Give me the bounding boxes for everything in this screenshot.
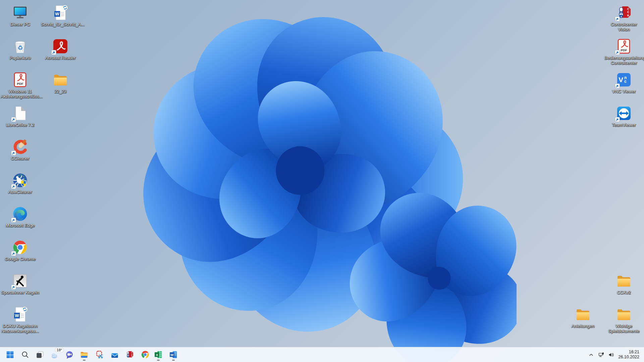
windows11-aktivierungsschluessel-pdf[interactable]: PDFWindows 11Aktivierungsschlüss... [1, 72, 40, 99]
desktop-icon-label: AdwCleaner [1, 189, 40, 194]
running-indicator [157, 360, 160, 361]
widgets-temperature-badge: 18° [55, 348, 63, 352]
folder-icon [575, 306, 591, 322]
desktop-icon-label: Sportwinner Kegeln [1, 290, 40, 295]
chrome-button[interactable] [139, 348, 152, 361]
controlcenter-button[interactable]: CCK2 [123, 348, 136, 361]
mail-icon [110, 350, 119, 359]
microsoft-edge[interactable]: Microsoft Edge [1, 206, 40, 228]
svg-text:PDF: PDF [17, 82, 23, 85]
bedienungsanleitung-controlcenter[interactable]: PDFBedienungsanleitungControlcenter [604, 38, 643, 65]
excel-button[interactable]: X [152, 348, 165, 361]
file-explorer-icon [80, 350, 89, 359]
desktop-icon-label: 22_23 [41, 89, 80, 94]
desktop-icon-label: Controlcenter Vision [604, 22, 643, 32]
svg-text:W: W [55, 11, 59, 16]
svg-text:PDF: PDF [621, 48, 627, 52]
desktop-icon-label: Acrobat Reader [41, 55, 80, 60]
task-view-icon [36, 350, 44, 359]
wallpaper-bloom-image [84, 0, 517, 362]
word-button[interactable]: W [167, 348, 180, 361]
snipping-tool-button[interactable]: + [93, 348, 106, 361]
tray-chevron-button[interactable] [586, 349, 596, 361]
svg-text:C: C [627, 7, 629, 11]
folder-cckv2[interactable]: CCKv2 [604, 273, 643, 295]
cck-logo-icon: CCK2 [616, 5, 632, 21]
shortcut-arrow-icon [11, 285, 16, 290]
system-tray: 16:21 26.10.2022 [586, 347, 642, 362]
network-button[interactable] [596, 349, 606, 361]
teamviewer[interactable]: TeamViewer [604, 105, 643, 127]
desktop-icon-label: DOKU KegelbahnNetzwerkumgebu... [1, 323, 40, 334]
file-explorer-button[interactable] [78, 348, 91, 361]
ethernet-icon [598, 352, 604, 358]
shortcut-arrow-icon [615, 16, 620, 21]
pdf-file-icon: PDF [616, 38, 632, 54]
svg-text:2: 2 [621, 15, 622, 18]
teams-chat-icon [65, 350, 74, 359]
excel-icon: X [154, 350, 163, 359]
volume-button[interactable] [606, 349, 616, 361]
doku-kegelbahn-doc[interactable]: WDOKU KegelbahnNetzwerkumgebu... [1, 306, 40, 334]
acrobat-reader[interactable]: Acrobat Reader [41, 38, 80, 60]
vnc-viewer[interactable]: VncVNC Viewer [604, 72, 643, 94]
controlcenter-vision[interactable]: CCK2Controlcenter Vision [604, 5, 643, 32]
chrome-icon [12, 239, 28, 255]
shortcut-arrow-icon [615, 50, 620, 55]
shortcut-arrow-icon [11, 218, 16, 223]
start-button[interactable] [4, 348, 16, 361]
teamviewer-icon [616, 105, 632, 121]
schritt-fuer-schritt-doc[interactable]: WSchritt_für_Schritt_A... [41, 5, 80, 27]
svg-text:W: W [15, 313, 19, 318]
svg-text:W: W [170, 353, 174, 357]
svg-text:X: X [156, 353, 158, 357]
folder-wichtige-spieldokumente[interactable]: WichtigeSpieldokumente [604, 306, 643, 334]
papierkorb[interactable]: ♻Papierkorb [1, 38, 40, 60]
word-doc-sync-icon: W [52, 5, 68, 21]
libreoffice-7-2[interactable]: LibreOffice 7.2 [1, 105, 40, 127]
tray-time: 16:21 [618, 350, 639, 355]
recycle-bin-icon: ♻ [12, 38, 28, 54]
desktop-icon-label: Dieser PC [1, 22, 40, 27]
chrome-icon [141, 350, 150, 359]
shortcut-arrow-icon [51, 50, 56, 55]
tray-date: 26.10.2022 [618, 355, 639, 360]
desktop-icon-label: CCleaner [1, 156, 40, 161]
chevron-up-icon [588, 352, 594, 358]
svg-text:c: c [624, 79, 627, 84]
desktop-icon-label: CCKv2 [604, 290, 643, 295]
adwcleaner-icon [12, 172, 28, 188]
mail-button[interactable] [108, 348, 121, 361]
desktop-icon-label: TeamViewer [604, 122, 643, 127]
svg-text:K: K [627, 14, 630, 17]
widgets-button[interactable]: 18° [48, 348, 61, 361]
windows-start-icon [6, 350, 14, 359]
adwcleaner[interactable]: AdwCleaner [1, 172, 40, 194]
sportwinner-icon [12, 273, 28, 289]
google-chrome[interactable]: Google Chrome [1, 239, 40, 261]
chat-button[interactable] [63, 348, 76, 361]
word-icon: W [169, 350, 178, 359]
cck-logo-icon: CCK2 [125, 350, 134, 359]
search-icon [21, 350, 30, 359]
clock[interactable]: 16:21 26.10.2022 [618, 350, 639, 360]
running-indicator [172, 360, 175, 361]
desktop-icon-label: Microsoft Edge [1, 223, 40, 228]
desktop-icon-label: Anleitungen [564, 323, 602, 328]
sportwinner-kegeln[interactable]: Sportwinner Kegeln [1, 273, 40, 295]
task-view-button[interactable] [34, 348, 46, 361]
taskbar: 18°+CCK2XW 16:21 26.10.2022 [0, 347, 644, 362]
ccleaner-icon [12, 139, 28, 155]
acrobat-icon [52, 38, 68, 54]
desktop-icon-label: BedienungsanleitungControlcenter [604, 55, 643, 65]
folder-anleitungen[interactable]: Anleitungen [564, 306, 602, 328]
libreoffice-icon [12, 105, 28, 121]
ccleaner[interactable]: CCleaner [1, 139, 40, 161]
monitor-icon [12, 5, 28, 21]
search-button[interactable] [19, 348, 32, 361]
folder-icon [616, 306, 632, 322]
folder-22-23[interactable]: 22_23 [41, 72, 80, 94]
dieser-pc[interactable]: Dieser PC [1, 5, 40, 27]
folder-icon [616, 273, 632, 289]
shortcut-arrow-icon [11, 150, 16, 156]
